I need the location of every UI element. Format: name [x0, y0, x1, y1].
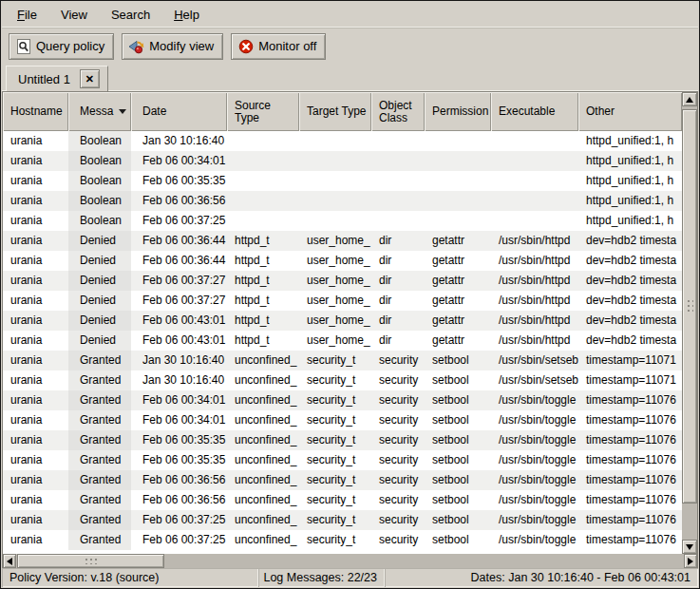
monitor-off-icon — [237, 39, 255, 54]
table-row[interactable]: urania Granted Feb 06 00:34:01 unconfine… — [3, 410, 682, 430]
table-row[interactable]: urania Granted Feb 06 00:35:35 unconfine… — [3, 450, 682, 470]
table-cell: user_home_ — [299, 331, 371, 351]
table-row[interactable]: urania Granted Jan 30 10:16:40 unconfine… — [3, 370, 682, 390]
table-cell — [425, 211, 491, 231]
vertical-scrollbar-track[interactable] — [682, 106, 697, 540]
table-cell: security_t — [299, 390, 371, 410]
table-cell: setbool — [425, 510, 491, 530]
table-row[interactable]: urania Granted Feb 06 00:36:56 unconfine… — [3, 470, 682, 490]
tab-untitled-1[interactable]: Untitled 1 ✕ — [6, 66, 108, 91]
modify-view-label: Modify view — [149, 39, 214, 53]
table-row[interactable]: urania Denied Feb 06 00:36:44 httpd_t us… — [3, 231, 682, 251]
table-cell: Jan 30 10:16:40 — [131, 131, 227, 151]
column-header-executable[interactable]: Executable — [491, 92, 578, 131]
arrow-left-icon — [7, 558, 12, 565]
column-header-source-type[interactable]: Source Type — [227, 92, 299, 131]
table-cell: dir — [371, 331, 425, 351]
policy-version-text: Policy Version: v.18 (source) — [9, 571, 159, 584]
table-cell: urania — [3, 331, 68, 351]
table-cell — [425, 171, 491, 191]
table-cell: getattr — [425, 251, 491, 271]
column-header-hostname[interactable]: Hostname — [3, 92, 68, 131]
table-row[interactable]: urania Denied Feb 06 00:43:01 httpd_t us… — [3, 331, 682, 351]
table-cell: Denied — [68, 331, 131, 351]
column-header-message[interactable]: Messa — [68, 92, 131, 131]
menu-item-file[interactable]: File — [7, 4, 47, 26]
table-cell: urania — [3, 390, 68, 410]
horizontal-scrollbar-track[interactable] — [16, 554, 684, 568]
monitor-off-button[interactable]: Monitor off — [231, 33, 326, 60]
table-cell — [425, 191, 491, 211]
table-row[interactable]: urania Boolean Feb 06 00:37:25 httpd_uni… — [3, 211, 682, 231]
scroll-left-button[interactable] — [3, 554, 16, 568]
column-header-label: Source Type — [235, 100, 295, 124]
table-cell: /usr/sbin/httpd — [491, 251, 578, 271]
table-row[interactable]: urania Boolean Feb 06 00:35:35 httpd_uni… — [3, 171, 682, 191]
close-icon: ✕ — [85, 73, 94, 86]
table-cell: timestamp=11076 — [578, 390, 682, 410]
table-cell: Denied — [68, 231, 131, 251]
table-row[interactable]: urania Granted Feb 06 00:34:01 unconfine… — [3, 390, 682, 410]
table-cell: Granted — [68, 530, 131, 550]
table-cell: security_t — [299, 490, 371, 510]
vertical-scrollbar-thumb[interactable] — [682, 109, 697, 504]
table-cell: timestamp=11076 — [578, 470, 682, 490]
table-row[interactable]: urania Denied Feb 06 00:37:27 httpd_t us… — [3, 291, 682, 311]
table-row[interactable]: urania Boolean Feb 06 00:36:56 httpd_uni… — [3, 191, 682, 211]
table-row[interactable]: urania Denied Feb 06 00:37:27 httpd_t us… — [3, 271, 682, 291]
table-cell — [491, 211, 578, 231]
table-cell: unconfined_ — [227, 450, 299, 470]
scroll-right-button[interactable] — [684, 554, 697, 568]
table-row[interactable]: urania Granted Feb 06 00:36:56 unconfine… — [3, 490, 682, 510]
table-row[interactable]: urania Granted Jan 30 10:16:40 unconfine… — [3, 351, 682, 370]
table-row[interactable]: urania Denied Feb 06 00:43:01 httpd_t us… — [3, 311, 682, 331]
column-header-target-type[interactable]: Target Type — [299, 92, 371, 131]
column-header-permission[interactable]: Permission — [425, 92, 491, 131]
menu-item-view[interactable]: View — [50, 4, 98, 26]
menu-item-search[interactable]: Search — [101, 4, 161, 26]
table-row[interactable]: urania Granted Feb 06 00:37:25 unconfine… — [3, 510, 682, 530]
horizontal-scrollbar-thumb[interactable] — [17, 554, 164, 568]
table-cell: urania — [3, 370, 68, 390]
table-cell: Feb 06 00:37:25 — [131, 510, 227, 530]
column-header-other[interactable]: Other — [578, 92, 682, 131]
table-row[interactable]: urania Granted Feb 06 00:35:35 unconfine… — [3, 430, 682, 450]
table-cell: Feb 06 00:37:27 — [131, 271, 227, 291]
table-cell — [491, 151, 578, 171]
table-cell: Granted — [68, 450, 131, 470]
table-cell — [371, 131, 425, 151]
table-row[interactable]: urania Denied Feb 06 00:36:44 httpd_t us… — [3, 251, 682, 271]
table-cell: timestamp=11071 — [578, 351, 682, 370]
table-cell: Feb 06 00:36:56 — [131, 470, 227, 490]
table-cell: user_home_ — [299, 311, 371, 331]
column-header-date[interactable]: Date — [131, 92, 227, 131]
tab-close-button[interactable]: ✕ — [80, 69, 100, 88]
menu-item-help[interactable]: Help — [163, 4, 210, 26]
table-cell: setbool — [425, 490, 491, 510]
table-row[interactable]: urania Boolean Feb 06 00:34:01 httpd_uni… — [3, 151, 682, 171]
log-table-grid: Hostname Messa Date Source Type Target T… — [3, 92, 682, 554]
table-cell: Granted — [68, 490, 131, 510]
table-cell: httpd_t — [227, 251, 299, 271]
scroll-down-button[interactable] — [682, 540, 697, 554]
table-row[interactable]: urania Boolean Jan 30 10:16:40 httpd_uni… — [3, 131, 682, 151]
table-cell: Feb 06 00:43:01 — [131, 331, 227, 351]
column-header-object-class[interactable]: Object Class — [371, 92, 425, 131]
query-policy-button[interactable]: Query policy — [9, 33, 114, 60]
table-cell: Granted — [68, 470, 131, 490]
modify-view-button[interactable]: Modify view — [122, 33, 223, 60]
table-cell: urania — [3, 470, 68, 490]
scroll-up-button[interactable] — [682, 92, 697, 106]
table-cell: unconfined_ — [227, 410, 299, 430]
table-cell: urania — [3, 271, 68, 291]
table-cell: dev=hdb2 timesta — [578, 231, 682, 251]
table-cell: setbool — [425, 530, 491, 550]
table-cell: /usr/sbin/httpd — [491, 231, 578, 251]
table-cell: Feb 06 00:37:27 — [131, 291, 227, 311]
table-cell: setbool — [425, 410, 491, 430]
table-cell: httpd_unified:1, h — [578, 151, 682, 171]
table-cell — [299, 171, 371, 191]
table-cell: Boolean — [68, 191, 131, 211]
table-row[interactable]: urania Granted Feb 06 00:37:25 unconfine… — [3, 530, 682, 550]
table-cell: Granted — [68, 370, 131, 390]
